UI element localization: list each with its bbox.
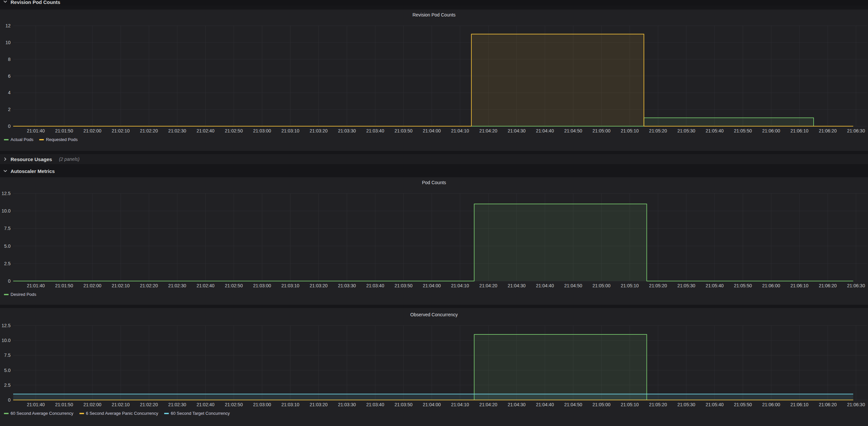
x-axis-label: 21:04:30 (508, 283, 526, 288)
legend-item[interactable]: 60 Second Target Concurrency (164, 411, 230, 416)
x-axis-label: 21:02:20 (140, 283, 158, 288)
panel-revision-pod-counts: Revision Pod Counts 02468101221:01:4021:… (0, 9, 868, 151)
x-axis-label: 21:04:20 (479, 402, 497, 407)
x-axis-label: 21:02:20 (140, 402, 158, 407)
chevron-down-icon (3, 0, 8, 4)
x-axis-label: 21:03:10 (282, 402, 300, 407)
x-axis-label: 21:06:00 (762, 128, 780, 133)
legend-item[interactable]: 6 Second Average Panic Concurrency (80, 411, 158, 416)
x-axis-label: 21:06:20 (819, 283, 837, 288)
row-header-revision-pod-counts[interactable]: Revision Pod Counts (0, 0, 868, 5)
legend-color-icon (80, 413, 84, 414)
legend-color-icon (4, 413, 8, 414)
x-axis-label: 21:06:10 (790, 402, 809, 407)
x-axis-label: 21:02:10 (112, 283, 130, 288)
x-axis-label: 21:03:10 (282, 283, 300, 288)
x-axis-label: 21:01:40 (27, 283, 45, 288)
x-axis-label: 21:06:30 (847, 128, 865, 133)
y-axis-label: 12.5 (2, 323, 10, 328)
x-axis-label: 21:03:40 (366, 128, 384, 133)
x-axis-label: 21:03:00 (253, 128, 271, 133)
x-axis-label: 21:02:10 (112, 402, 130, 407)
y-axis-label: 8 (8, 57, 10, 62)
x-axis-label: 21:05:20 (649, 283, 667, 288)
x-axis-label: 21:05:30 (678, 402, 695, 407)
x-axis-label: 21:04:10 (451, 402, 469, 407)
row-header-resource-usages[interactable]: Resource Usages (2 panels) (0, 154, 868, 164)
legend: Actual PodsRequested Pods (0, 135, 868, 142)
x-axis-label: 21:05:40 (706, 128, 723, 133)
x-axis-label: 21:03:20 (310, 402, 328, 407)
x-axis-label: 21:04:40 (536, 283, 554, 288)
legend-item[interactable]: Requested Pods (39, 137, 78, 142)
legend-label: Actual Pods (10, 137, 33, 142)
x-axis-label: 21:04:40 (536, 402, 554, 407)
legend-label: 60 Second Average Concurrency (10, 411, 73, 416)
x-axis-label: 21:02:50 (225, 283, 243, 288)
y-axis-label: 0 (8, 278, 10, 284)
x-axis-label: 21:02:40 (196, 402, 215, 407)
series-fill (13, 204, 853, 281)
row-title: Autoscaler Metrics (10, 168, 55, 174)
legend-item[interactable]: 60 Second Average Concurrency (4, 411, 73, 416)
y-axis-label: 5.0 (4, 368, 11, 373)
pod-counts-chart[interactable]: 02.55.07.510.012.521:01:4021:01:5021:02:… (0, 187, 868, 290)
y-axis-label: 2.5 (4, 383, 11, 388)
series-fill (13, 334, 853, 400)
x-axis-label: 21:02:20 (140, 128, 158, 133)
x-axis-label: 21:02:00 (84, 402, 101, 407)
x-axis-label: 21:05:40 (706, 402, 723, 407)
legend-color-icon (4, 294, 8, 295)
y-axis-label: 2 (8, 107, 10, 112)
series-line (13, 34, 853, 126)
panel-title[interactable]: Revision Pod Counts (0, 9, 868, 19)
x-axis-label: 21:04:00 (423, 283, 441, 288)
x-axis-label: 21:06:30 (847, 283, 865, 288)
observed-concurrency-chart[interactable]: 02.55.07.510.012.521:01:4021:01:5021:02:… (0, 319, 868, 408)
x-axis-label: 21:04:30 (508, 402, 526, 407)
x-axis-label: 21:02:00 (84, 128, 101, 133)
revision-pod-counts-chart[interactable]: 02468101221:01:4021:01:5021:02:0021:02:1… (0, 19, 868, 135)
x-axis-label: 21:04:10 (451, 128, 469, 133)
x-axis-label: 21:04:50 (564, 128, 582, 133)
x-axis-label: 21:05:50 (734, 283, 752, 288)
y-axis-label: 10.0 (2, 208, 10, 214)
legend-color-icon (4, 139, 8, 140)
panel-observed-concurrency: Observed Concurrency 02.55.07.510.012.52… (0, 308, 868, 426)
x-axis-label: 21:05:20 (649, 402, 667, 407)
series-fill (13, 394, 853, 400)
x-axis-label: 21:02:30 (168, 128, 186, 133)
x-axis-label: 21:06:20 (819, 402, 837, 407)
row-header-autoscaler-metrics[interactable]: Autoscaler Metrics (0, 167, 868, 175)
x-axis-label: 21:03:00 (253, 283, 271, 288)
x-axis-label: 21:02:40 (196, 283, 215, 288)
legend-color-icon (39, 139, 44, 140)
x-axis-label: 21:03:50 (395, 402, 413, 407)
x-axis-label: 21:02:50 (225, 128, 243, 133)
legend: Desired Pods (0, 290, 868, 297)
panel-title[interactable]: Pod Counts (0, 177, 868, 187)
panel-title[interactable]: Observed Concurrency (0, 308, 868, 319)
x-axis-label: 21:05:00 (592, 283, 611, 288)
x-axis-label: 21:04:20 (479, 283, 497, 288)
x-axis-label: 21:04:50 (564, 283, 582, 288)
x-axis-label: 21:01:40 (27, 128, 45, 133)
y-axis-label: 10 (5, 40, 10, 45)
x-axis-label: 21:05:20 (649, 128, 667, 133)
y-axis-label: 6 (8, 73, 10, 79)
x-axis-label: 21:03:00 (253, 402, 271, 407)
y-axis-label: 7.5 (4, 353, 11, 358)
x-axis-label: 21:03:20 (310, 283, 328, 288)
x-axis-label: 21:02:30 (168, 402, 186, 407)
legend-item[interactable]: Desired Pods (4, 292, 36, 297)
y-axis-label: 12 (5, 23, 10, 28)
grafana-dashboard: Revision Pod Counts Revision Pod Counts … (0, 0, 868, 426)
x-axis-label: 21:05:50 (734, 402, 752, 407)
x-axis-label: 21:01:50 (55, 128, 73, 133)
y-axis-label: 4 (8, 90, 10, 95)
x-axis-label: 21:05:00 (592, 128, 611, 133)
legend-item[interactable]: Actual Pods (4, 137, 33, 142)
x-axis-label: 21:05:10 (621, 283, 639, 288)
x-axis-label: 21:05:00 (592, 402, 611, 407)
x-axis-label: 21:04:30 (508, 128, 526, 133)
